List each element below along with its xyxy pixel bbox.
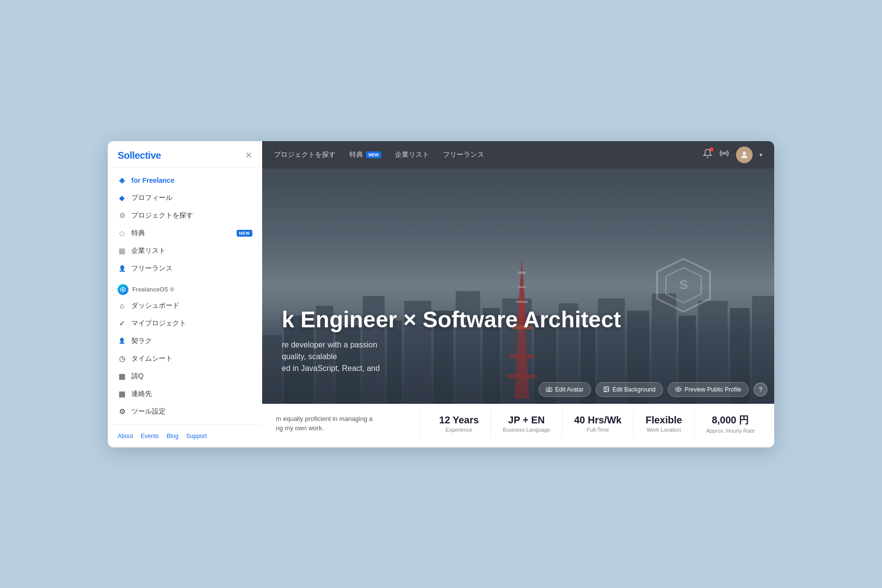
stat-language-label: Business Language [503,427,550,433]
notification-button[interactable] [703,148,712,161]
svg-point-0 [122,289,124,291]
my-projects-icon: ✓ [118,319,126,328]
sidebar-header: Sollective ✕ [108,141,262,168]
sidebar-footer: About Events Blog Support [108,424,262,447]
stat-experience-value: 12 Years [439,415,479,426]
sidebar-item-my-projects[interactable]: ✓ マイプロジェクト [108,315,262,332]
hero-description: re developer with a passion quality, sca… [282,339,537,374]
hero-title: k Engineer × Software Architect [282,307,621,332]
user-menu-chevron[interactable]: ▾ [760,151,762,158]
camera-icon [546,386,552,392]
stat-hours-label: Full-Time [574,427,622,433]
footer-events-link[interactable]: Events [141,433,159,440]
stat-hours: 40 Hrs/Wk Full-Time [563,409,634,439]
sidebar-logo: Sollective [118,150,161,161]
stats-description: m equally proficient in managing a ng my… [262,404,419,443]
hero-help-button[interactable]: ? [754,383,767,396]
edit-avatar-button[interactable]: Edit Avatar [539,382,591,397]
topnav-company-list[interactable]: 企業リスト [395,150,429,159]
sidebar-item-dashboard[interactable]: ⌂ ダッシュボード [108,297,262,315]
sidebar-item-label: 請Q [131,372,252,381]
stat-rate: 8,000 円 Approx. Hourly Rate [694,408,766,440]
svg-point-1 [723,152,725,154]
topnav-freelance-label: フリーランス [443,150,484,159]
sidebar-close-button[interactable]: ✕ [245,151,252,160]
timesheet-icon: ◷ [118,354,126,363]
hero-desc-line3: ed in JavaScript, React, and [282,364,380,372]
topnav-freelance[interactable]: フリーランス [443,150,484,159]
sidebar-item-company-list[interactable]: ▦ 企業リスト [108,242,262,260]
topnav-tokuten-badge: NEW [366,151,381,158]
stats-items: 12 Years Experience JP + EN Business Lan… [419,404,774,443]
stat-experience-label: Experience [439,427,479,433]
main-content: プロジェクトを探す 特典 NEW 企業リスト フリーランス [262,141,774,447]
sidebar-item-label: 契ラク [131,337,252,345]
preview-profile-button[interactable]: Preview Public Profile [668,382,749,397]
edit-background-button[interactable]: Edit Background [596,382,663,397]
tokuten-badge: NEW [237,230,253,237]
preview-profile-label: Preview Public Profile [685,386,741,393]
sidebar-item-for-freelance[interactable]: ◈ for Freelance [108,172,262,189]
freelanceos-icon [118,284,128,295]
sidebar-item-timesheet[interactable]: ◷ タイムシート [108,350,262,368]
tokuten-icon: ◇ [118,229,126,238]
svg-point-37 [605,388,606,389]
sidebar-item-freelance[interactable]: 👤 フリーランス [108,260,262,277]
user-avatar-button[interactable] [736,147,753,163]
hero-section: S k Engineer × Software Architect re dev… [262,169,774,404]
stat-rate-label: Approx. Hourly Rate [706,428,755,434]
svg-point-2 [743,151,746,155]
help-label: ? [759,386,762,393]
footer-support-link[interactable]: Support [186,433,207,440]
notification-dot [710,147,713,151]
sidebar-item-tools[interactable]: ⚙ ツール設定 [108,403,262,420]
topnav-find-projects[interactable]: プロジェクトを探す [274,150,336,159]
svg-text:S: S [679,277,688,292]
sidebar-item-profile[interactable]: ◆ プロフィール [108,189,262,207]
company-list-icon: ▦ [118,246,126,255]
sidebar-item-keiyaku[interactable]: 👤 契ラク [108,332,262,350]
stat-location: Flexible Work Location [634,409,694,439]
topnav-tokuten[interactable]: 特典 NEW [349,150,381,159]
sidebar-item-label: for Freelance [131,176,252,184]
broadcast-button[interactable] [719,148,729,161]
sidebar-item-find-projects[interactable]: ⚙ プロジェクトを探す [108,207,262,224]
dashboard-icon: ⌂ [118,301,126,310]
sidebar-item-label: ツール設定 [131,407,252,416]
hero-watermark: S [654,256,713,317]
stat-experience: 12 Years Experience [427,409,491,439]
topnav-tokuten-label: 特典 [349,150,363,159]
sidebar-item-tokuten[interactable]: ◇ 特典 NEW [108,224,262,242]
sidebar-item-label: 連絡先 [131,390,252,398]
contact-icon: ▦ [118,390,126,398]
stat-language-value: JP + EN [503,415,550,426]
topnav-company-list-label: 企業リスト [395,150,429,159]
invoice-icon: ▦ [118,372,126,381]
footer-about-link[interactable]: About [118,433,133,440]
sidebar-item-label: プロフィール [131,194,252,202]
sidebar-item-label: フリーランス [131,264,252,273]
sidebar-item-label: 特典 [131,229,232,238]
sidebar-item-label: プロジェクトを探す [131,211,252,220]
tools-icon: ⚙ [118,407,126,416]
sidebar: Sollective ✕ ◈ for Freelance ◆ プロフィール ⚙ … [108,141,262,447]
svg-point-35 [548,389,550,391]
sidebar-item-label: ダッシュボード [131,301,252,310]
hero-desc-line2: quality, scalable [282,352,337,361]
freelanceos-section: FreelanceOS ® [108,277,262,297]
hero-content: k Engineer × Software Architect re devel… [262,307,640,374]
sidebar-item-contact[interactable]: ▦ 連絡先 [108,385,262,403]
footer-blog-link[interactable]: Blog [167,433,178,440]
stats-row: m equally proficient in managing a ng my… [262,404,774,443]
sidebar-item-label: タイムシート [131,354,252,363]
stats-desc-line1: m equally proficient in managing a [276,415,372,422]
svg-point-38 [678,389,679,390]
image-icon [603,386,610,392]
stats-desc-line2: ng my own work. [276,424,324,432]
sidebar-item-invoice[interactable]: ▦ 請Q [108,368,262,385]
sidebar-item-label: 企業リスト [131,246,252,255]
eye-icon [675,386,682,392]
sidebar-item-label: マイプロジェクト [131,319,252,328]
find-projects-icon: ⚙ [118,211,126,220]
topnav-icons: ▾ [703,147,762,163]
